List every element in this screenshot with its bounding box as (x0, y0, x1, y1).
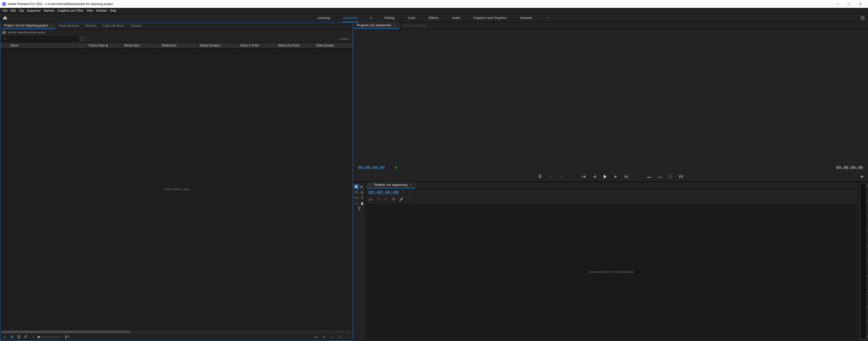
home-button[interactable] (0, 16, 10, 20)
col-frame-rate[interactable]: Frame Rate (86, 43, 121, 48)
workspace-menu-icon[interactable]: ≡ (369, 16, 373, 20)
col-media-duration[interactable]: Media Duration (197, 43, 238, 48)
zoom-out-icon[interactable]: ○ (31, 335, 36, 340)
tab-project[interactable]: Project: test for importing project ≡ (1, 23, 56, 29)
program-tc-left[interactable]: 00;00;00;00 (358, 165, 385, 170)
project-panel: Project: test for importing project ≡ Me… (0, 23, 353, 341)
search-input[interactable] (6, 37, 77, 40)
timeline-panel-menu-icon[interactable]: ≡ (409, 183, 412, 186)
col-video-duration[interactable]: Video Duratio (313, 43, 349, 48)
step-back-button[interactable] (592, 174, 598, 180)
delete-button[interactable] (346, 335, 351, 340)
workspace-captions-graphics[interactable]: Captions and Graphics (472, 13, 508, 22)
tab-timeline[interactable]: × Timeline: (no sequences) ≡ (367, 182, 415, 188)
razor-tool[interactable] (360, 190, 365, 195)
col-name[interactable]: Name (8, 43, 86, 48)
list-view-button[interactable] (9, 335, 14, 340)
caption-track-icon[interactable]: cc (407, 198, 411, 200)
timeline-header: 00;00;00;00 (366, 189, 858, 196)
new-bin-button[interactable] (80, 37, 85, 41)
track-select-tool[interactable] (360, 184, 365, 189)
menu-edit[interactable]: Edit (9, 8, 17, 13)
comparison-view-button[interactable] (678, 174, 684, 180)
menu-file[interactable]: File (1, 8, 9, 13)
freeform-view2-button[interactable] (24, 335, 29, 340)
maximize-button[interactable] (843, 0, 855, 8)
workspace-color[interactable]: Color (406, 13, 417, 22)
svg-rect-40 (355, 202, 358, 205)
snap-magnet-icon[interactable] (377, 197, 380, 201)
tab-media-browser[interactable]: Media Browser (56, 23, 82, 29)
minimize-button[interactable] (832, 0, 843, 8)
play-button[interactable] (602, 174, 608, 180)
type-tool[interactable]: T (357, 206, 362, 211)
workspace-overflow-icon[interactable]: » (544, 17, 552, 20)
mark-out-button[interactable]: } (558, 174, 564, 180)
workspace-libraries[interactable]: Libraries (518, 13, 534, 22)
slip-tool[interactable] (354, 195, 359, 200)
menu-graphics-titles[interactable]: Graphics and Titles (56, 8, 85, 13)
col-video-out[interactable]: Video Out Point (275, 43, 313, 48)
tab-close-icon[interactable]: × (370, 183, 371, 186)
mark-in-button[interactable]: { (548, 174, 554, 180)
go-to-out-button[interactable] (623, 174, 629, 180)
lift-button[interactable] (646, 174, 652, 180)
tab-markers[interactable]: Markers (82, 23, 99, 29)
col-video-in[interactable]: Video In Point (238, 43, 275, 48)
hand-tool[interactable] (360, 201, 365, 206)
workspace-audio[interactable]: Audio (450, 13, 462, 22)
timeline-track-area[interactable]: Drop media here to create sequence. (367, 204, 857, 340)
button-editor-button[interactable] (859, 174, 865, 180)
find-button[interactable] (321, 335, 327, 340)
svg-rect-24 (347, 336, 349, 339)
menu-view[interactable]: View (85, 8, 95, 13)
export-frame-button[interactable] (667, 174, 673, 180)
menu-clip[interactable]: Clip (17, 8, 26, 13)
timeline-tabs: × Timeline: (no sequences) ≡ (366, 182, 858, 189)
automate-to-sequence-button[interactable]: ▮▮▮ (313, 335, 318, 340)
program-position-indicator[interactable] (395, 167, 420, 168)
menu-markers[interactable]: Markers (42, 8, 56, 13)
sort-menu-button[interactable]: ▾ (65, 335, 70, 340)
menu-window[interactable]: Window (95, 8, 108, 13)
add-marker-button[interactable] (537, 174, 543, 180)
extract-button[interactable] (657, 174, 663, 180)
step-forward-button[interactable] (613, 174, 619, 180)
pen-tool[interactable] (360, 195, 365, 200)
workspace-effects[interactable]: Effects (427, 13, 440, 22)
project-content-area[interactable]: Import media to start (1, 49, 352, 330)
selection-tool[interactable] (354, 184, 359, 189)
timeline-settings-icon[interactable] (399, 197, 403, 201)
linked-selection-icon[interactable] (384, 198, 388, 200)
workspace-learning[interactable]: Learning (316, 13, 332, 22)
menu-sequence[interactable]: Sequence (26, 8, 42, 13)
workspace-editing[interactable]: Editing (383, 13, 396, 22)
col-media-start[interactable]: Media Start (121, 43, 159, 48)
scrollbar-thumb[interactable] (1, 331, 130, 333)
add-marker2-icon[interactable] (392, 197, 395, 201)
zoom-slider[interactable] (38, 337, 63, 337)
workspace-assembly[interactable]: Assembly (342, 13, 359, 22)
panel-menu-icon[interactable]: ≡ (50, 24, 53, 27)
insert-sequence-icon[interactable] (369, 198, 372, 201)
tab-program[interactable]: Program: (no sequences) ≡ (354, 22, 399, 29)
freeform-view-button[interactable] (2, 335, 7, 340)
new-item-button[interactable] (338, 335, 343, 340)
tab-libraries[interactable]: Libraries (127, 23, 145, 29)
ripple-edit-tool[interactable] (354, 190, 359, 195)
program-panel-menu-icon[interactable]: ≡ (393, 24, 396, 27)
close-button[interactable] (855, 0, 866, 8)
horizontal-scrollbar[interactable] (1, 331, 352, 333)
icon-view-button[interactable] (17, 335, 22, 340)
tab-source[interactable]: Source: (no clips) (399, 22, 429, 29)
rectangle-tool[interactable] (354, 201, 359, 206)
go-to-in-button[interactable] (581, 174, 587, 180)
new-bin-button2[interactable] (330, 335, 335, 340)
menu-help[interactable]: Help (108, 8, 118, 13)
col-media-end[interactable]: Media End (159, 43, 197, 48)
tab-audio-clip-mixer[interactable]: Audio Clip Mixer (99, 23, 127, 29)
quick-export-button[interactable] (858, 16, 868, 20)
timeline-timecode[interactable]: 00;00;00;00 (369, 190, 399, 195)
col-toggle[interactable] (0, 43, 8, 48)
bin-icon (2, 31, 6, 34)
